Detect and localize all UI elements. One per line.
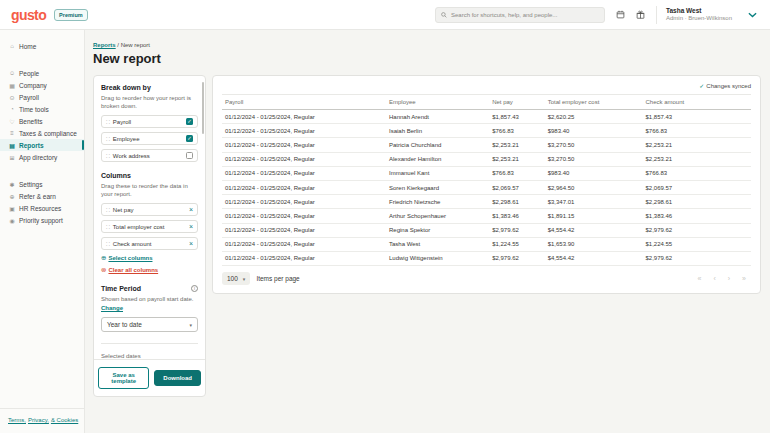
sidebar-item-priority-support[interactable]: ◉Priority support — [0, 214, 84, 226]
table-cell: $766.83 — [643, 166, 751, 180]
sidebar-item-label: Time tools — [19, 106, 49, 113]
breakdown-item-work-address[interactable]: ∷Work address — [101, 149, 198, 162]
table-body: 01/12/2024 - 01/25/2024, RegularHannah A… — [222, 110, 751, 266]
sidebar-item-company[interactable]: ▦Company — [0, 79, 84, 91]
cookies-link[interactable]: & Cookies — [51, 417, 78, 423]
gusto-logo[interactable]: gusto — [11, 8, 46, 22]
table-cell: $1,224.55 — [643, 237, 751, 251]
next-page-icon[interactable]: › — [728, 275, 730, 282]
sidebar-item-label: Payroll — [19, 94, 39, 101]
drag-handle-icon[interactable]: ∷ — [106, 240, 110, 247]
gift-icon[interactable] — [636, 10, 645, 19]
first-page-icon[interactable]: « — [698, 275, 702, 282]
table-cell: $2,253.21 — [489, 152, 545, 166]
drag-handle-icon[interactable]: ∷ — [106, 118, 110, 125]
items-per-page-select[interactable]: 100 ▾ — [222, 272, 250, 285]
table-cell: $2,069.57 — [489, 180, 545, 194]
sidebar-item-label: Reports — [19, 142, 44, 149]
sidebar-item-people[interactable]: ☺People — [0, 67, 84, 79]
download-button[interactable]: Download — [154, 370, 201, 386]
sidebar-item-time-tools[interactable]: ◔Time tools — [0, 103, 84, 115]
panel-scrollbar[interactable] — [202, 82, 204, 134]
column-item-total-employer-cost[interactable]: ∷Total employer cost× — [101, 220, 198, 233]
change-link[interactable]: Change — [101, 305, 123, 311]
column-header-total-employer-cost: Total employer cost — [545, 95, 643, 110]
table-header-row: PayrollEmployeeNet payTotal employer cos… — [222, 95, 751, 110]
employee-checkbox[interactable]: ✓ — [186, 135, 193, 142]
columns-title: Columns — [101, 172, 198, 179]
sidebar-item-hr-resources[interactable]: ▣HR Resources — [0, 202, 84, 214]
caret-down-icon: ▾ — [189, 322, 192, 328]
calendar-icon[interactable] — [616, 10, 625, 19]
last-page-icon[interactable]: » — [742, 275, 746, 282]
x-circle-icon: ⊗ — [101, 266, 106, 274]
user-menu[interactable]: Tasha West Admin · Bruen-Wilkinson — [666, 7, 732, 23]
time-period-select[interactable]: Year to date ▾ — [101, 317, 198, 332]
table-row: 01/12/2024 - 01/25/2024, RegularHannah A… — [222, 110, 751, 124]
breakdown-item-employee[interactable]: ∷Employee✓ — [101, 132, 198, 145]
sidebar-item-home[interactable]: ⌂Home — [0, 40, 84, 52]
table-cell: Isaiah Berlin — [386, 124, 489, 138]
clear-all-columns-link[interactable]: Clear all columns — [108, 267, 158, 273]
table-cell: $1,653.90 — [545, 237, 643, 251]
table-row: 01/12/2024 - 01/25/2024, RegularArthur S… — [222, 209, 751, 223]
sidebar-item-reports[interactable]: ▤Reports — [0, 139, 84, 151]
privacy-link[interactable]: Privacy, — [28, 417, 49, 423]
sidebar-group-main: ☺People▦Company⊙Payroll◔Time tools♡Benef… — [0, 67, 84, 163]
info-icon[interactable]: i — [191, 285, 198, 292]
sidebar-item-taxes-compliance[interactable]: ≡Taxes & compliance — [0, 127, 84, 139]
table-row: 01/12/2024 - 01/25/2024, RegularFriedric… — [222, 195, 751, 209]
select-columns-link[interactable]: Select columns — [108, 255, 152, 261]
drag-handle-icon[interactable]: ∷ — [106, 206, 110, 213]
table-cell: $766.83 — [489, 166, 545, 180]
header-divider — [656, 6, 657, 24]
home-icon: ⌂ — [8, 43, 16, 49]
user-name: Tasha West — [666, 7, 732, 15]
drag-handle-icon[interactable]: ∷ — [106, 135, 110, 142]
page-title: New report — [93, 51, 761, 66]
table-row: 01/12/2024 - 01/25/2024, RegularTasha We… — [222, 237, 751, 251]
sidebar-item-payroll[interactable]: ⊙Payroll — [0, 91, 84, 103]
table-cell: $1,383.46 — [489, 209, 545, 223]
columns-description: Drag these to reorder the data in your r… — [101, 182, 198, 198]
work-address-checkbox[interactable] — [186, 152, 193, 159]
breadcrumb-reports-link[interactable]: Reports — [93, 42, 116, 48]
table-cell: $1,857.43 — [643, 110, 751, 124]
remove-column-icon[interactable]: × — [189, 223, 193, 230]
sidebar-item-benefits[interactable]: ♡Benefits — [0, 115, 84, 127]
breakdown-description: Drag to reorder how your report is broke… — [101, 94, 198, 110]
save-as-template-button[interactable]: Save as template — [98, 367, 149, 389]
remove-column-icon[interactable]: × — [189, 240, 193, 247]
people-icon: ☺ — [8, 70, 16, 76]
remove-column-icon[interactable]: × — [189, 206, 193, 213]
table-cell: $1,383.46 — [643, 209, 751, 223]
breakdown-item-payroll[interactable]: ∷Payroll✓ — [101, 115, 198, 128]
caret-down-icon: ▾ — [243, 276, 246, 282]
table-cell: $2,620.25 — [545, 110, 643, 124]
column-header-net-pay: Net pay — [489, 95, 545, 110]
sidebar-item-settings[interactable]: ✱Settings — [0, 178, 84, 190]
time-period-title: Time Period — [101, 285, 141, 292]
search-icon — [441, 12, 447, 18]
terms-link[interactable]: Terms, — [8, 417, 26, 423]
previous-page-icon[interactable]: ‹ — [713, 275, 715, 282]
payroll-checkbox[interactable]: ✓ — [186, 118, 193, 125]
items-per-page-label: Items per page — [256, 275, 299, 282]
drag-handle-icon[interactable]: ∷ — [106, 152, 110, 159]
sidebar-item-label: App directory — [19, 154, 57, 161]
drag-handle-icon[interactable]: ∷ — [106, 223, 110, 230]
table-cell: 01/12/2024 - 01/25/2024, Regular — [222, 237, 386, 251]
sidebar-item-app-directory[interactable]: ⊞App directory — [0, 151, 84, 163]
global-search-input[interactable]: Search for shortcuts, help, and people..… — [435, 7, 605, 23]
table-row: 01/12/2024 - 01/25/2024, RegularLudwig W… — [222, 251, 751, 265]
chevron-down-icon[interactable] — [748, 12, 757, 18]
time-tools-icon: ◔ — [8, 106, 16, 112]
column-item-net-pay[interactable]: ∷Net pay× — [101, 203, 198, 216]
column-item-check-amount[interactable]: ∷Check amount× — [101, 237, 198, 250]
table-cell: 01/12/2024 - 01/25/2024, Regular — [222, 223, 386, 237]
plus-circle-icon: ⊕ — [101, 254, 106, 262]
table-cell: $2,979.62 — [489, 251, 545, 265]
breadcrumb: Reports / New report — [93, 42, 761, 48]
table-row: 01/12/2024 - 01/25/2024, RegularSoren Ki… — [222, 180, 751, 194]
sidebar-item-refer-earn[interactable]: ⊕Refer & earn — [0, 190, 84, 202]
